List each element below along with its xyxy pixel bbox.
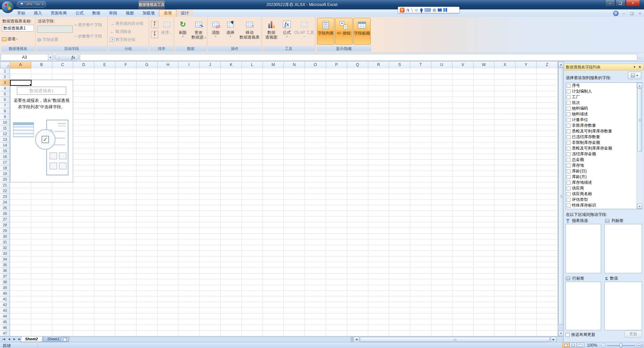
row-header-7[interactable]: 7: [0, 103, 10, 108]
save-button[interactable]: [19, 2, 24, 7]
field-checkbox[interactable]: [567, 181, 571, 185]
vertical-scroll-thumb[interactable]: [558, 68, 564, 325]
formulas-button[interactable]: fx 公式 ▾: [280, 18, 293, 45]
ime-keyboard-icon[interactable]: ⌨: [424, 8, 431, 12]
field-item[interactable]: 计量单位: [566, 117, 642, 123]
field-item[interactable]: 评估类型: [566, 197, 642, 202]
undo-button[interactable]: ↶▾: [26, 2, 32, 7]
field-checkbox[interactable]: [567, 112, 571, 116]
row-header-14[interactable]: 14: [0, 142, 10, 148]
ribbon-tab-开始[interactable]: 开始: [13, 10, 30, 17]
row-header-26[interactable]: 26: [0, 211, 10, 217]
row-header-3[interactable]: 3: [0, 80, 10, 85]
vertical-scrollbar[interactable]: ▲ ▼: [558, 62, 564, 336]
field-item[interactable]: 非限库存数量: [566, 123, 642, 128]
row-header-6[interactable]: 6: [0, 97, 10, 103]
field-checkbox[interactable]: [567, 192, 571, 196]
ime-microphone-icon[interactable]: [420, 8, 423, 12]
maximize-button[interactable]: ❑: [615, 0, 626, 6]
field-checkbox[interactable]: [567, 152, 571, 156]
row-header-2[interactable]: 2: [0, 74, 10, 80]
field-item[interactable]: 供应商: [566, 185, 642, 191]
group-item-1[interactable]: →将所选内容分组: [110, 21, 144, 26]
field-item[interactable]: 序号: [566, 83, 642, 89]
row-header-44[interactable]: 44: [0, 313, 10, 319]
column-header-R[interactable]: R: [368, 62, 389, 68]
resize-grip[interactable]: [639, 343, 643, 347]
row-header-17[interactable]: 17: [0, 160, 10, 165]
row-header-10[interactable]: 10: [0, 120, 10, 125]
ribbon-tab-数据[interactable]: 数据: [88, 10, 105, 17]
ribbon-tab-视图[interactable]: 视图: [121, 10, 138, 17]
field-checkbox[interactable]: [567, 204, 571, 208]
column-header-U[interactable]: U: [431, 62, 452, 68]
row-header-24[interactable]: 24: [0, 199, 10, 205]
clear-button[interactable]: 清除 ▾: [209, 18, 222, 45]
row-header-23[interactable]: 23: [0, 194, 10, 199]
row-header-5[interactable]: 5: [0, 91, 10, 97]
column-header-A[interactable]: A: [10, 62, 31, 68]
field-item[interactable]: 质检及可利库库存数量: [566, 128, 642, 134]
column-header-Y[interactable]: Y: [516, 62, 537, 68]
ime-skin-icon[interactable]: [438, 8, 442, 12]
change-data-source-button[interactable]: ↷ 更改 数据源 ▾: [191, 18, 207, 45]
row-header-25[interactable]: 25: [0, 205, 10, 211]
field-item[interactable]: 计划编制人: [566, 89, 642, 94]
field-checkbox[interactable]: [567, 95, 571, 99]
ime-language-icon[interactable]: A: [406, 7, 409, 13]
row-header-9[interactable]: 9: [0, 114, 10, 120]
report-filter-area[interactable]: [566, 224, 601, 273]
column-header-Z[interactable]: Z: [537, 62, 558, 68]
row-header-35[interactable]: 35: [0, 262, 10, 268]
qat-customize-button[interactable]: ▾: [42, 2, 44, 7]
row-header-28[interactable]: 28: [0, 222, 10, 228]
column-header-E[interactable]: E: [94, 62, 115, 68]
name-box[interactable]: A3: [1, 54, 48, 61]
row-header-16[interactable]: 16: [0, 154, 10, 160]
field-list-scrollbar[interactable]: ▲ ▼: [637, 83, 642, 209]
pivottable-options-button[interactable]: 选项 ▾: [2, 36, 18, 42]
field-item[interactable]: 库存地描述: [566, 180, 642, 185]
field-checkbox[interactable]: [567, 129, 571, 133]
redo-button[interactable]: ↷▾: [34, 2, 40, 7]
field-checkbox[interactable]: [567, 158, 571, 162]
update-button[interactable]: 更新: [625, 331, 642, 338]
sort-ascending-button[interactable]: AZ↓: [151, 21, 158, 28]
row-header-34[interactable]: 34: [0, 256, 10, 262]
column-header-T[interactable]: T: [410, 62, 431, 68]
pivottable-name-input[interactable]: 数据透视表1: [2, 25, 34, 32]
expand-field-button[interactable]: +≡ 展开整个字段: [74, 22, 102, 28]
column-header-L[interactable]: L: [242, 62, 263, 68]
defer-layout-checkbox[interactable]: [566, 333, 570, 337]
column-header-C[interactable]: C: [52, 62, 73, 68]
field-item[interactable]: 非限制库存金额: [566, 140, 642, 146]
move-pivottable-button[interactable]: → 移动 数据透视表: [238, 18, 261, 45]
office-button[interactable]: [1, 0, 14, 13]
field-item[interactable]: 质检及可利库库存金额: [566, 146, 642, 151]
field-checkbox[interactable]: [567, 135, 571, 139]
row-header-4[interactable]: 4: [0, 85, 10, 91]
insert-function-button[interactable]: fx: [55, 54, 79, 61]
row-header-32[interactable]: 32: [0, 245, 10, 251]
name-box-dropdown[interactable]: ▼: [48, 54, 53, 61]
prev-sheet-button[interactable]: ◀: [7, 337, 11, 342]
olap-tools-button[interactable]: OLAP 工具 ▾: [294, 18, 314, 45]
first-sheet-button[interactable]: |◀: [1, 337, 6, 342]
row-header-31[interactable]: 31: [0, 239, 10, 245]
ribbon-tab-插入[interactable]: 插入: [30, 10, 46, 17]
doc-close-button[interactable]: ×: [637, 11, 643, 15]
field-list-scroll-up-icon[interactable]: ▲: [637, 83, 642, 88]
ime-emoji-icon[interactable]: ☺: [414, 8, 419, 12]
row-header-30[interactable]: 30: [0, 234, 10, 239]
ribbon-tab-页面布局[interactable]: 页面布局: [46, 10, 71, 17]
row-header-22[interactable]: 22: [0, 188, 10, 194]
ime-logo-icon[interactable]: S: [400, 8, 405, 12]
doc-restore-button[interactable]: ❑: [629, 11, 635, 16]
row-header-41[interactable]: 41: [0, 296, 10, 302]
field-checkbox[interactable]: [567, 118, 571, 122]
ribbon-tab-设计[interactable]: 设计: [176, 10, 193, 17]
column-header-S[interactable]: S: [389, 62, 410, 68]
next-sheet-button[interactable]: ▶: [12, 337, 17, 342]
row-header-18[interactable]: 18: [0, 165, 10, 171]
field-item[interactable]: 库龄(月): [566, 174, 642, 180]
